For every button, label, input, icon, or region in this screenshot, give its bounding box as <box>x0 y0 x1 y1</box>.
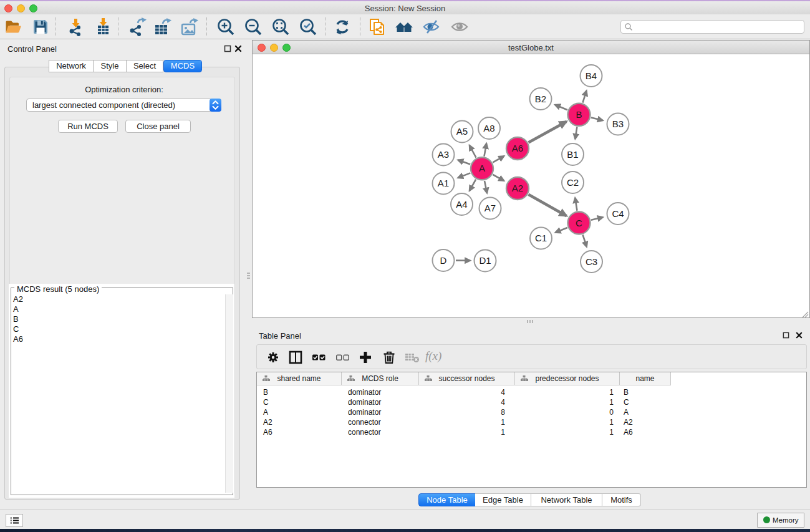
svg-text:A: A <box>479 163 485 173</box>
svg-text:A6: A6 <box>512 143 523 153</box>
svg-text:B1: B1 <box>567 149 578 160</box>
svg-text:A5: A5 <box>456 126 468 137</box>
svg-text:A7: A7 <box>485 203 496 213</box>
svg-text:C4: C4 <box>612 208 624 219</box>
svg-text:A2: A2 <box>512 183 523 193</box>
svg-text:D1: D1 <box>479 255 491 266</box>
svg-text:B2: B2 <box>535 94 546 104</box>
svg-text:A4: A4 <box>456 199 467 210</box>
svg-text:B: B <box>576 109 582 120</box>
svg-text:A8: A8 <box>483 123 494 133</box>
svg-text:B3: B3 <box>612 118 624 129</box>
svg-text:D: D <box>440 255 447 266</box>
svg-text:A3: A3 <box>438 149 449 160</box>
svg-text:C3: C3 <box>586 256 597 267</box>
svg-text:B4: B4 <box>586 70 597 81</box>
svg-text:C2: C2 <box>567 177 579 188</box>
svg-text:C: C <box>576 218 582 228</box>
svg-text:C1: C1 <box>535 233 547 243</box>
svg-text:A1: A1 <box>438 178 449 188</box>
